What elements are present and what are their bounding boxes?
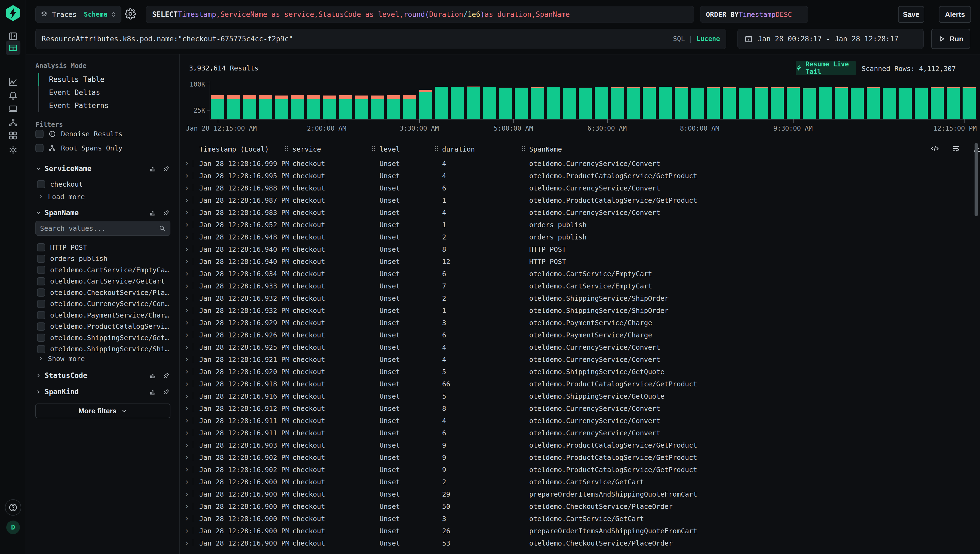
row-expand-chevron-icon[interactable]: › bbox=[185, 404, 189, 413]
root-spans-toggle[interactable]: Root Spans Only bbox=[35, 143, 123, 153]
row-expand-chevron-icon[interactable]: › bbox=[185, 477, 189, 486]
column-header-duration[interactable]: duration bbox=[442, 145, 475, 153]
value-checkbox[interactable] bbox=[37, 300, 45, 308]
denoise-results-toggle[interactable]: Denoise Results bbox=[35, 129, 123, 139]
row-expand-chevron-icon[interactable]: › bbox=[185, 245, 189, 253]
filter-value-row[interactable]: oteldemo.ShippingService/Shi… bbox=[37, 344, 169, 354]
column-drag-handle-icon[interactable]: ⠿ bbox=[284, 145, 289, 153]
column-header-spanname[interactable]: SpanName bbox=[529, 145, 562, 153]
filter-value-row[interactable]: oteldemo.CurrencyService/Con… bbox=[37, 299, 169, 309]
table-row[interactable]: ›Jan 28 12:28:16.911 PMcheckoutUnset4ote… bbox=[180, 414, 980, 427]
select-clause-input[interactable]: SELECT Timestamp, ServiceName as service… bbox=[146, 6, 694, 23]
alerts-button[interactable]: Alerts bbox=[939, 6, 971, 23]
chart-mini-icon[interactable] bbox=[149, 372, 156, 379]
row-expand-chevron-icon[interactable]: › bbox=[185, 220, 189, 229]
column-drag-handle-icon[interactable]: ⠿ bbox=[434, 145, 439, 153]
filter-value-row[interactable]: oteldemo.PaymentService/Char… bbox=[37, 310, 169, 320]
row-expand-chevron-icon[interactable]: › bbox=[185, 159, 189, 168]
language-lucene-option[interactable]: Lucene bbox=[696, 35, 720, 43]
results-histogram[interactable]: 100K 25K Jan 28 12:15:00 AM2:00:00 AM3:3… bbox=[180, 79, 980, 132]
column-header-level[interactable]: level bbox=[379, 145, 400, 153]
row-expand-chevron-icon[interactable]: › bbox=[185, 183, 189, 193]
table-row[interactable]: ›Jan 28 12:28:16.900 PMcheckoutUnset3ote… bbox=[180, 513, 980, 525]
source-select[interactable]: Traces Schema bbox=[35, 6, 121, 23]
sidebar-item-chart-explorer-icon[interactable] bbox=[6, 75, 21, 89]
sidebar-item-service-map-icon[interactable] bbox=[6, 115, 21, 130]
row-expand-chevron-icon[interactable]: › bbox=[185, 208, 189, 217]
row-expand-chevron-icon[interactable]: › bbox=[185, 465, 189, 474]
filter-value-row[interactable]: oteldemo.ProductCatalogServi… bbox=[37, 322, 169, 332]
table-row[interactable]: ›Jan 28 12:28:16.900 PMcheckoutUnset2ote… bbox=[180, 476, 980, 488]
column-drag-handle-icon[interactable]: ⠿ bbox=[521, 145, 526, 153]
pin-icon[interactable] bbox=[163, 388, 170, 395]
row-expand-chevron-icon[interactable]: › bbox=[185, 367, 189, 376]
section-statuscode-header[interactable]: StatusCode bbox=[35, 370, 170, 381]
query-settings-gear-icon[interactable] bbox=[125, 8, 136, 19]
sidebar-item-dashboards-icon[interactable] bbox=[6, 128, 21, 143]
vertical-scrollbar-thumb[interactable] bbox=[975, 143, 978, 217]
row-expand-chevron-icon[interactable]: › bbox=[185, 269, 189, 278]
run-button[interactable]: Run bbox=[931, 29, 970, 49]
filter-value-row[interactable]: oteldemo.CheckoutService/Pla… bbox=[37, 287, 169, 298]
table-row[interactable]: ›Jan 28 12:28:16.932 PMcheckoutUnset1ote… bbox=[180, 304, 980, 317]
pin-icon[interactable] bbox=[163, 165, 170, 172]
row-expand-chevron-icon[interactable]: › bbox=[185, 490, 189, 498]
sidebar-item-search-icon[interactable] bbox=[6, 41, 21, 55]
table-row[interactable]: ›Jan 28 12:28:16.916 PMcheckoutUnset5ote… bbox=[180, 390, 980, 402]
column-header-timestamp-local-[interactable]: Timestamp (Local) bbox=[199, 145, 269, 153]
row-expand-chevron-icon[interactable]: › bbox=[185, 428, 189, 437]
row-expand-chevron-icon[interactable]: › bbox=[185, 502, 189, 511]
sidebar-item-settings-icon[interactable] bbox=[6, 143, 21, 157]
filter-value-row[interactable]: orders publish bbox=[37, 253, 108, 264]
table-row[interactable]: ›Jan 28 12:28:16.929 PMcheckoutUnset3ote… bbox=[180, 317, 980, 329]
row-expand-chevron-icon[interactable]: › bbox=[185, 171, 189, 180]
row-expand-chevron-icon[interactable]: › bbox=[185, 538, 189, 548]
table-row[interactable]: ›Jan 28 12:28:16.921 PMcheckoutUnset4ote… bbox=[180, 353, 980, 365]
sidebar-item-alerts-icon[interactable] bbox=[6, 88, 21, 102]
table-row[interactable]: ›Jan 28 12:28:16.900 PMcheckoutUnset29pr… bbox=[180, 488, 980, 500]
table-row[interactable]: ›Jan 28 12:28:16.911 PMcheckoutUnset6ote… bbox=[180, 427, 980, 439]
row-expand-chevron-icon[interactable]: › bbox=[185, 330, 189, 339]
user-avatar[interactable]: D bbox=[6, 521, 20, 534]
row-expand-chevron-icon[interactable]: › bbox=[185, 196, 189, 205]
wrap-text-icon[interactable] bbox=[952, 144, 961, 153]
table-row[interactable]: ›Jan 28 12:28:16.902 PMcheckoutUnset9ote… bbox=[180, 451, 980, 463]
table-row[interactable]: ›Jan 28 12:28:16.920 PMcheckoutUnset5ote… bbox=[180, 365, 980, 378]
row-expand-chevron-icon[interactable]: › bbox=[185, 453, 189, 462]
table-row[interactable]: ›Jan 28 12:28:16.900 PMcheckoutUnset53ot… bbox=[180, 537, 980, 549]
row-expand-chevron-icon[interactable]: › bbox=[185, 318, 189, 327]
table-row[interactable]: ›Jan 28 12:28:16.940 PMcheckoutUnset8HTT… bbox=[180, 243, 980, 255]
table-row[interactable]: ›Jan 28 12:28:16.903 PMcheckoutUnset9ote… bbox=[180, 439, 980, 451]
pin-icon[interactable] bbox=[163, 372, 170, 379]
analysis-mode-item-event-patterns[interactable]: Event Patterns bbox=[45, 99, 108, 112]
hyperdx-logo-icon[interactable] bbox=[4, 4, 22, 22]
sidebar-item-sessions-icon[interactable] bbox=[6, 102, 21, 116]
row-expand-chevron-icon[interactable]: › bbox=[185, 281, 189, 290]
value-checkbox[interactable] bbox=[37, 311, 45, 319]
value-checkbox[interactable] bbox=[37, 266, 45, 274]
section-spankind-header[interactable]: SpanKind bbox=[35, 386, 170, 397]
show-more-link[interactable]: Show more bbox=[38, 354, 84, 363]
table-row[interactable]: ›Jan 28 12:28:16.932 PMcheckoutUnset2ote… bbox=[180, 292, 980, 304]
value-checkbox[interactable] bbox=[37, 180, 45, 188]
load-more-link[interactable]: Load more bbox=[38, 192, 84, 202]
filter-value-row[interactable]: checkout bbox=[37, 179, 83, 189]
table-row[interactable]: ›Jan 28 12:28:16.987 PMcheckoutUnset1ote… bbox=[180, 194, 980, 206]
row-expand-chevron-icon[interactable]: › bbox=[185, 379, 189, 388]
table-row[interactable]: ›Jan 28 12:28:16.900 PMcheckoutUnset26pr… bbox=[180, 525, 980, 537]
value-checkbox[interactable] bbox=[37, 334, 45, 342]
table-row[interactable]: ›Jan 28 12:28:16.940 PMcheckoutUnset12HT… bbox=[180, 255, 980, 267]
row-expand-chevron-icon[interactable]: › bbox=[185, 294, 189, 302]
denoise-checkbox[interactable] bbox=[35, 130, 43, 138]
language-sql-option[interactable]: SQL bbox=[673, 35, 685, 43]
row-expand-chevron-icon[interactable]: › bbox=[185, 514, 189, 523]
table-row[interactable]: ›Jan 28 12:28:16.918 PMcheckoutUnset66ot… bbox=[180, 378, 980, 390]
table-row[interactable]: ›Jan 28 12:28:16.912 PMcheckoutUnset8ote… bbox=[180, 402, 980, 414]
row-expand-chevron-icon[interactable]: › bbox=[185, 416, 189, 425]
span-search-input[interactable]: Search values... bbox=[35, 221, 171, 236]
table-row[interactable]: ›Jan 28 12:28:16.948 PMcheckoutUnset2ord… bbox=[180, 231, 980, 243]
help-button[interactable] bbox=[5, 499, 21, 516]
chart-mini-icon[interactable] bbox=[149, 388, 156, 395]
search-query-input[interactable]: ResourceAttributes.k8s.pod.name:"checkou… bbox=[35, 29, 726, 49]
filter-value-row[interactable]: oteldemo.CartService/GetCart bbox=[37, 276, 165, 287]
